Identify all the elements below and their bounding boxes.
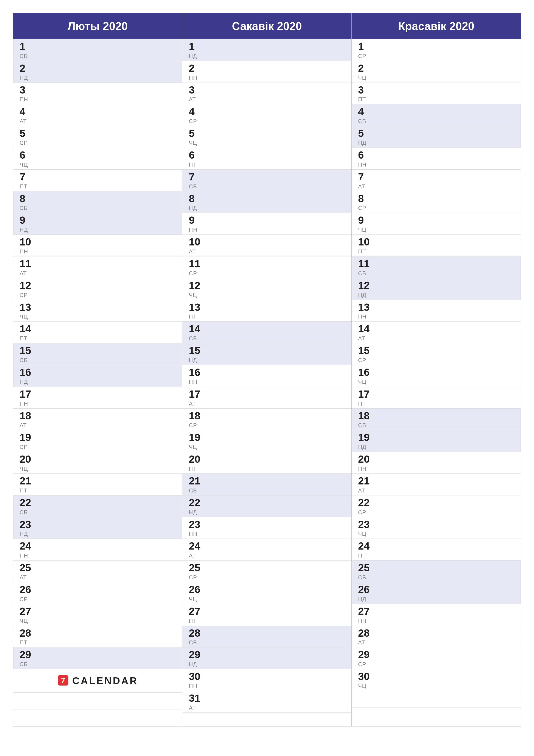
day-abbr: НД [20,74,178,81]
day-abbr: ЧЦ [20,466,178,472]
day-abbr: ЧЦ [358,227,517,233]
day-row: 11АТ [13,256,182,278]
day-number: 1 [189,41,347,52]
day-number: 11 [358,258,517,270]
day-abbr: ПТ [20,335,178,342]
month-header-mar: Сакавік 2020 [182,13,352,39]
day-abbr: НД [20,530,178,537]
day-row: 17ПТ [352,387,521,409]
calendar-logo-icon: 7 [57,674,69,687]
empty-day-row [13,710,182,726]
day-row: 30ЧЦ [352,669,521,691]
day-number: 17 [20,389,178,400]
day-row: 24АТ [182,539,351,560]
day-row: 14АТ [352,322,521,343]
day-abbr: ЧЦ [20,161,178,168]
day-number: 19 [358,432,517,443]
day-row: 19ЧЦ [182,430,351,452]
day-row: 22СР [352,496,521,517]
day-row: 16ПН [182,365,351,387]
day-number: 22 [189,497,347,509]
day-abbr: АТ [189,400,347,407]
day-abbr: АТ [189,96,347,103]
day-number: 25 [20,562,178,574]
day-number: 11 [189,258,347,270]
month-column-2: 1СР2ЧЦ3ПТ4СБ5НД6ПН7АТ8СР9ЧЦ10ПТ11СБ12НД1… [352,39,521,726]
day-number: 9 [20,215,178,226]
day-row: 11СБ [352,256,521,278]
day-abbr: СР [358,53,517,60]
day-number: 24 [358,540,517,552]
day-abbr: АТ [189,552,347,559]
month-header-apr: Красавік 2020 [352,13,521,39]
day-row: 20ЧЦ [13,452,182,474]
day-number: 17 [358,389,517,400]
day-number: 4 [20,106,178,118]
day-row: 5НД [352,126,521,148]
day-row: 5ЧЦ [182,126,351,148]
day-abbr: ПН [20,400,178,407]
day-abbr: ПТ [189,313,347,320]
day-row: 26СР [13,582,182,604]
day-abbr: СБ [358,118,517,124]
day-row: 3АТ [182,83,351,104]
day-number: 26 [189,584,347,595]
day-number: 30 [358,671,517,682]
day-row: 29СР [352,647,521,669]
day-row: 5СР [13,126,182,148]
day-abbr: ПН [189,530,347,537]
day-abbr: ПТ [189,618,347,624]
day-row: 12НД [352,278,521,300]
day-abbr: ЧЦ [189,444,347,450]
day-row: 8СР [352,191,521,213]
day-row: 4СР [182,104,351,126]
day-row: 29СБ [13,647,182,669]
day-abbr: ЧЦ [358,379,517,385]
day-abbr: СБ [20,205,178,211]
day-row: 7ПТ [13,170,182,191]
day-number: 13 [189,302,347,313]
day-number: 10 [20,236,178,248]
day-row: 26НД [352,582,521,604]
empty-day-row [352,691,521,708]
day-row: 12ЧЦ [182,278,351,300]
day-abbr: НД [189,661,347,668]
day-abbr: ЧЦ [358,530,517,537]
day-row: 18СР [182,409,351,430]
day-number: 29 [20,649,178,661]
day-number: 22 [358,497,517,509]
day-row: 4АТ [13,104,182,126]
day-abbr: НД [189,53,347,60]
day-number: 16 [20,367,178,378]
day-number: 23 [189,519,347,530]
day-row: 22СБ [13,496,182,517]
month-column-1: 1НД2ПН3АТ4СР5ЧЦ6ПТ7СБ8НД9ПН10АТ11СР12ЧЦ1… [182,39,352,726]
day-number: 24 [20,540,178,552]
day-number: 15 [358,345,517,357]
day-abbr: ПН [358,313,517,320]
day-abbr: ПН [358,466,517,472]
day-number: 25 [358,562,517,574]
day-abbr: СБ [358,270,517,277]
day-number: 16 [189,367,347,378]
day-number: 3 [20,85,178,96]
day-abbr: СБ [20,357,178,364]
day-abbr: ПН [20,552,178,559]
day-number: 12 [358,280,517,291]
day-row: 6ЧЦ [13,148,182,170]
day-abbr: СБ [189,183,347,190]
day-number: 17 [189,389,347,400]
day-abbr: СР [189,574,347,581]
day-row: 23ЧЦ [352,517,521,539]
day-row: 28АТ [352,626,521,648]
day-abbr: СР [189,422,347,429]
day-row: 10ПТ [352,235,521,256]
day-abbr: ПН [358,618,517,624]
day-row: 19НД [352,430,521,452]
day-row: 8СБ [13,191,182,213]
day-row: 23НД [13,517,182,539]
day-row: 27ЧЦ [13,604,182,626]
day-number: 13 [20,302,178,313]
day-abbr: ПТ [358,400,517,407]
day-number: 24 [189,540,347,552]
